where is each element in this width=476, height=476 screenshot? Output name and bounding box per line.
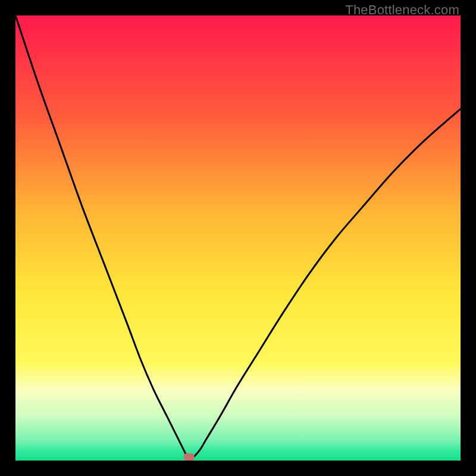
bottleneck-chart (15, 15, 461, 461)
watermark-text: TheBottleneck.com (345, 2, 459, 18)
optimal-marker (184, 453, 195, 461)
chart-frame (15, 15, 461, 461)
gradient-background (15, 15, 461, 461)
